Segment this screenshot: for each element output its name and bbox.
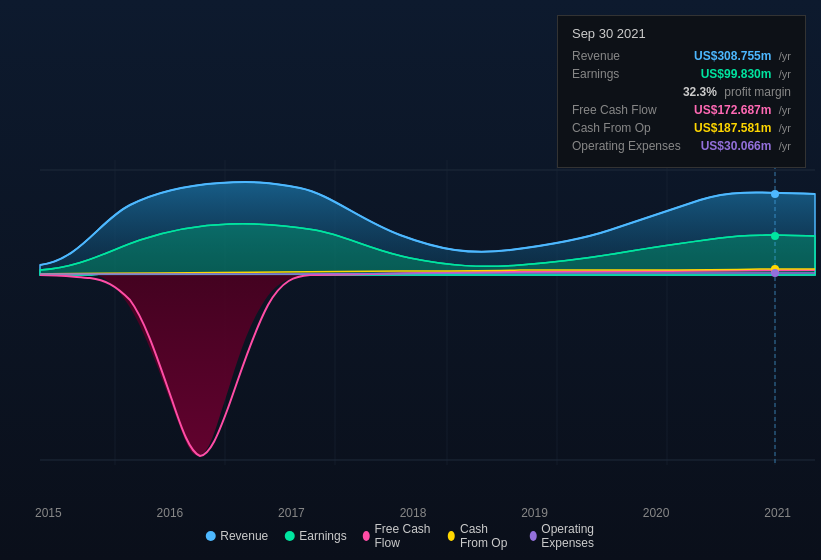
tooltip-label-fcf: Free Cash Flow — [572, 103, 657, 117]
profit-margin-row: 32.3% profit margin — [572, 85, 791, 99]
x-label-2017: 2017 — [278, 506, 305, 520]
tooltip-unit-opex: /yr — [779, 140, 791, 152]
tooltip-value-fcf: US$172.687m — [694, 103, 771, 117]
legend-item-fcf[interactable]: Free Cash Flow — [363, 522, 433, 550]
legend-label-cashop: Cash From Op — [460, 522, 514, 550]
legend-dot-cashop — [448, 531, 455, 541]
legend-dot-earnings — [284, 531, 294, 541]
tooltip-value-revenue: US$308.755m — [694, 49, 771, 63]
legend-item-cashop[interactable]: Cash From Op — [448, 522, 513, 550]
tooltip-value-earnings: US$99.830m — [701, 67, 772, 81]
chart-container: Sep 30 2021 Revenue US$308.755m /yr Earn… — [0, 0, 821, 560]
legend-item-opex[interactable]: Operating Expenses — [529, 522, 615, 550]
legend-label-fcf: Free Cash Flow — [374, 522, 432, 550]
legend-label-earnings: Earnings — [299, 529, 346, 543]
tooltip-value-opex: US$30.066m — [701, 139, 772, 153]
tooltip-row-fcf: Free Cash Flow US$172.687m /yr — [572, 103, 791, 117]
tooltip-row-cashop: Cash From Op US$187.581m /yr — [572, 121, 791, 135]
legend-item-earnings[interactable]: Earnings — [284, 529, 346, 543]
svg-point-12 — [771, 190, 779, 198]
svg-point-13 — [771, 232, 779, 240]
x-labels: 2015 2016 2017 2018 2019 2020 2021 — [10, 506, 816, 520]
tooltip-date: Sep 30 2021 — [572, 26, 791, 41]
x-label-2019: 2019 — [521, 506, 548, 520]
tooltip: Sep 30 2021 Revenue US$308.755m /yr Earn… — [557, 15, 806, 168]
x-label-2018: 2018 — [400, 506, 427, 520]
tooltip-unit-cashop: /yr — [779, 122, 791, 134]
tooltip-unit-fcf: /yr — [779, 104, 791, 116]
tooltip-row-earnings: Earnings US$99.830m /yr — [572, 67, 791, 81]
tooltip-label-opex: Operating Expenses — [572, 139, 681, 153]
tooltip-label-earnings: Earnings — [572, 67, 619, 81]
svg-point-16 — [771, 269, 779, 277]
x-label-2020: 2020 — [643, 506, 670, 520]
tooltip-value-cashop: US$187.581m — [694, 121, 771, 135]
legend-item-revenue[interactable]: Revenue — [205, 529, 268, 543]
tooltip-row-opex: Operating Expenses US$30.066m /yr — [572, 139, 791, 153]
x-label-2021: 2021 — [764, 506, 791, 520]
legend-label-revenue: Revenue — [220, 529, 268, 543]
legend-dot-revenue — [205, 531, 215, 541]
x-label-2016: 2016 — [157, 506, 184, 520]
profit-margin-label: profit margin — [721, 85, 791, 99]
tooltip-label-cashop: Cash From Op — [572, 121, 651, 135]
tooltip-unit-earnings: /yr — [779, 68, 791, 80]
tooltip-unit-revenue: /yr — [779, 50, 791, 62]
legend-dot-opex — [529, 531, 536, 541]
legend: Revenue Earnings Free Cash Flow Cash Fro… — [205, 522, 616, 550]
legend-label-opex: Operating Expenses — [541, 522, 615, 550]
profit-margin-value: 32.3% — [683, 85, 717, 99]
x-label-2015: 2015 — [35, 506, 62, 520]
legend-dot-fcf — [363, 531, 370, 541]
tooltip-row-revenue: Revenue US$308.755m /yr — [572, 49, 791, 63]
tooltip-label-revenue: Revenue — [572, 49, 620, 63]
